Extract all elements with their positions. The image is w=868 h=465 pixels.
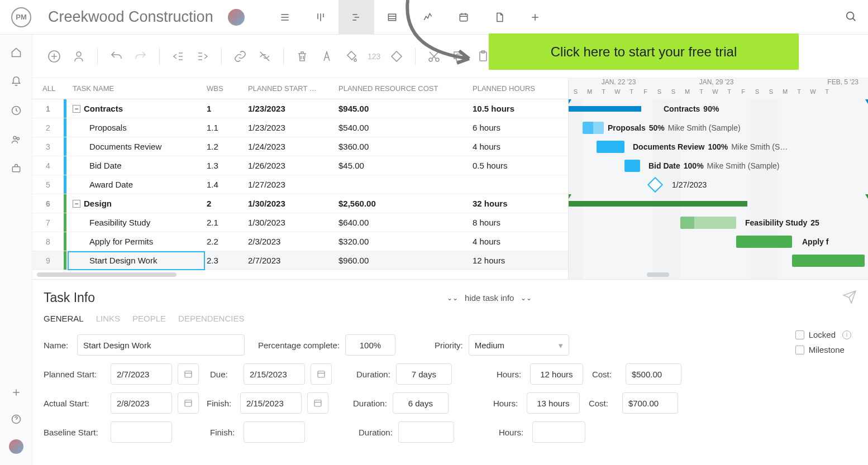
tab-links[interactable]: LINKS xyxy=(96,314,120,323)
table-row[interactable]: 8 Apply for Permits 2.2 2/3/2023 $320.00… xyxy=(32,232,568,251)
baseline-finish-input[interactable] xyxy=(244,421,305,443)
tab-general[interactable]: GENERAL xyxy=(44,314,84,323)
sheet-view-tab[interactable] xyxy=(374,0,410,35)
tab-dependencies[interactable]: DEPENDENCIES xyxy=(178,314,244,323)
milestone-diamond[interactable] xyxy=(647,177,663,193)
task-table: ALL TASK NAME WBS PLANNED START … PLANNE… xyxy=(32,78,569,279)
table-row[interactable]: 3 Documents Review 1.2 1/24/2023 $360.00… xyxy=(32,137,568,156)
table-row[interactable]: 9 Start Design Work 2.3 2/7/2023 $960.00… xyxy=(32,251,568,270)
add-view-tab[interactable] xyxy=(517,0,553,35)
gantt-bar[interactable] xyxy=(680,217,736,229)
gantt-bar[interactable] xyxy=(583,122,604,134)
help-icon[interactable] xyxy=(9,413,23,426)
collapse-button[interactable]: − xyxy=(73,105,80,113)
add-icon[interactable] xyxy=(9,386,23,399)
col-hours[interactable]: PLANNED HOURS xyxy=(473,84,566,93)
planned-hours-input[interactable]: 12 hours xyxy=(530,363,583,385)
project-avatar[interactable] xyxy=(228,9,245,26)
info-icon[interactable]: i xyxy=(842,330,851,339)
day-label: S xyxy=(652,88,666,99)
baseline-duration-input[interactable] xyxy=(398,421,454,443)
col-task-name[interactable]: TASK NAME xyxy=(64,84,207,93)
portfolio-icon[interactable] xyxy=(9,162,23,175)
cut-button[interactable] xyxy=(426,48,442,65)
table-row[interactable]: 6 −Design 2 1/30/2023 $2,560.00 32 hours xyxy=(32,194,568,213)
actual-cost-input[interactable]: $700.00 xyxy=(622,392,678,414)
hide-task-info-link[interactable]: ⌄⌄ hide task info ⌄⌄ xyxy=(447,293,532,303)
time-icon[interactable] xyxy=(9,104,23,117)
col-cost[interactable]: PLANNED RESOURCE COST xyxy=(338,84,473,93)
board-view-tab[interactable] xyxy=(303,0,338,35)
locked-checkbox[interactable]: Lockedi xyxy=(795,330,851,339)
baseline-start-input[interactable] xyxy=(111,421,172,443)
wbs-number-display: 123 xyxy=(368,52,380,61)
name-input[interactable]: Start Design Work xyxy=(77,334,245,356)
unlink-button[interactable] xyxy=(256,48,273,65)
file-view-tab[interactable] xyxy=(481,0,517,35)
text-color-button[interactable] xyxy=(318,48,335,65)
milestone-checkbox[interactable]: Milestone xyxy=(795,345,851,354)
list-view-tab[interactable] xyxy=(267,0,303,35)
gantt-bar[interactable] xyxy=(736,236,792,248)
planned-cost-input[interactable]: $500.00 xyxy=(626,363,681,385)
due-input[interactable]: 2/15/2023 xyxy=(244,363,305,385)
free-trial-banner[interactable]: Click here to start your free trial xyxy=(489,33,799,70)
date-picker-button[interactable] xyxy=(311,363,332,385)
assign-button[interactable] xyxy=(70,48,87,65)
table-scrollbar[interactable] xyxy=(37,272,177,277)
finish-input[interactable]: 2/15/2023 xyxy=(240,392,302,414)
col-wbs[interactable]: WBS xyxy=(207,84,248,93)
date-picker-button[interactable] xyxy=(307,392,328,414)
add-task-button[interactable] xyxy=(46,48,63,65)
gantt-scrollbar[interactable] xyxy=(647,272,669,277)
app-logo[interactable]: PM xyxy=(11,7,31,27)
gantt-bar[interactable] xyxy=(792,255,865,267)
pct-input[interactable]: 100% xyxy=(345,334,395,356)
svg-point-9 xyxy=(429,58,432,61)
table-row[interactable]: 5 Award Date 1.4 1/27/2023 xyxy=(32,175,568,194)
status-flags: Lockedi Milestone xyxy=(795,330,851,354)
gantt-bar[interactable] xyxy=(597,141,624,153)
day-label: F xyxy=(736,88,750,99)
user-avatar[interactable] xyxy=(9,439,23,454)
gantt-view-tab[interactable] xyxy=(338,0,374,35)
redo-button[interactable] xyxy=(132,48,149,65)
planned-start-input[interactable]: 2/7/2023 xyxy=(111,363,172,385)
planned-duration-input[interactable]: 7 days xyxy=(396,363,452,385)
link-button[interactable] xyxy=(232,48,249,65)
outdent-button[interactable] xyxy=(170,48,187,65)
collapse-button[interactable]: − xyxy=(73,200,80,208)
table-row[interactable]: 4 Bid Date 1.3 1/26/2023 $45.00 0.5 hour… xyxy=(32,156,568,175)
table-row[interactable]: 7 Feasibility Study 2.1 1/30/2023 $640.0… xyxy=(32,213,568,232)
cost-label: Cost: xyxy=(592,370,620,379)
fill-color-button[interactable] xyxy=(343,48,360,65)
copy-button[interactable] xyxy=(450,48,467,65)
details-tabs: GENERAL LINKS PEOPLE DEPENDENCIES xyxy=(44,314,857,323)
date-picker-button[interactable] xyxy=(178,392,199,414)
dashboard-view-tab[interactable] xyxy=(410,0,446,35)
col-start[interactable]: PLANNED START … xyxy=(248,84,338,93)
actual-hours-input[interactable]: 13 hours xyxy=(527,392,580,414)
actual-start-input[interactable]: 2/8/2023 xyxy=(111,392,172,414)
calendar-view-tab[interactable] xyxy=(446,0,481,35)
search-button[interactable] xyxy=(845,10,857,24)
baseline-hours-input[interactable] xyxy=(532,421,585,443)
priority-select[interactable]: Medium xyxy=(469,334,569,356)
table-row[interactable]: 2 Proposals 1.1 1/23/2023 $540.00 6 hour… xyxy=(32,118,568,137)
home-icon[interactable] xyxy=(9,46,23,59)
gantt-bar[interactable] xyxy=(624,160,640,172)
pct-label: Percentage complete: xyxy=(258,341,340,350)
notifications-icon[interactable] xyxy=(9,75,23,88)
team-icon[interactable] xyxy=(9,133,23,146)
milestone-button[interactable] xyxy=(388,48,405,65)
col-all[interactable]: ALL xyxy=(32,84,64,93)
delete-button[interactable] xyxy=(294,48,311,65)
undo-button[interactable] xyxy=(108,48,125,65)
actual-duration-input[interactable]: 6 days xyxy=(393,392,449,414)
svg-rect-16 xyxy=(185,400,192,406)
indent-button[interactable] xyxy=(194,48,211,65)
tab-people[interactable]: PEOPLE xyxy=(132,314,166,323)
table-row[interactable]: 1 −Contracts 1 1/23/2023 $945.00 10.5 ho… xyxy=(32,99,568,118)
date-picker-button[interactable] xyxy=(178,363,199,385)
send-icon[interactable] xyxy=(842,290,857,306)
